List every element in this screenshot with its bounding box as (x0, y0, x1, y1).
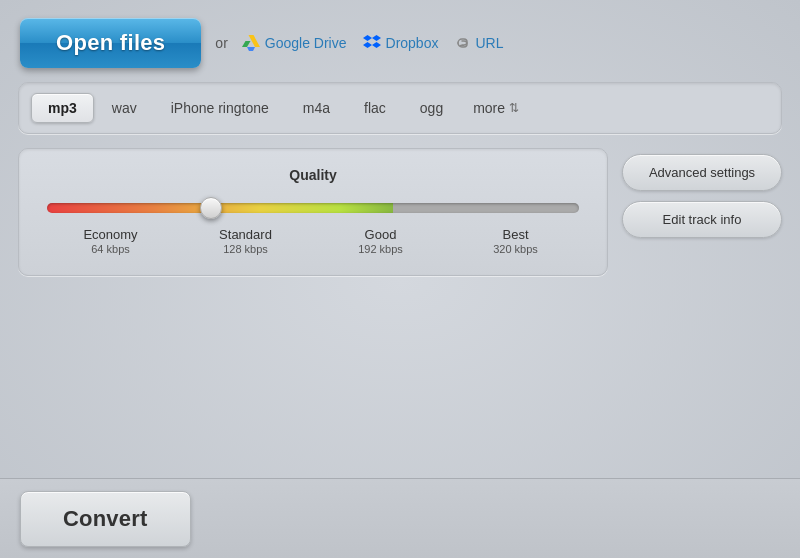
dropbox-label: Dropbox (386, 35, 439, 51)
slider-container (43, 199, 583, 223)
svg-marker-2 (247, 47, 255, 51)
marker-economy-sublabel: 64 kbps (43, 243, 178, 255)
right-buttons: Advanced settings Edit track info (622, 148, 782, 276)
svg-marker-5 (363, 42, 381, 48)
tab-iphone-ringtone[interactable]: iPhone ringtone (155, 94, 285, 122)
marker-best-label: Best (448, 227, 583, 242)
more-formats-button[interactable]: more ⇅ (461, 95, 531, 121)
tab-mp3[interactable]: mp3 (31, 93, 94, 123)
url-icon (454, 35, 470, 51)
quality-panel: Quality Economy 64 kbps Standard 128 kbp… (18, 148, 608, 276)
tab-ogg[interactable]: ogg (404, 94, 459, 122)
cloud-links: Google Drive Dropbox URL (242, 35, 504, 51)
google-drive-link[interactable]: Google Drive (242, 35, 347, 51)
dropbox-link[interactable]: Dropbox (363, 35, 439, 51)
advanced-settings-button[interactable]: Advanced settings (622, 154, 782, 191)
tab-flac[interactable]: flac (348, 94, 402, 122)
more-label: more (473, 100, 505, 116)
or-text: or (215, 35, 227, 51)
slider-markers: Economy 64 kbps Standard 128 kbps Good 1… (43, 227, 583, 255)
chevron-icon: ⇅ (509, 101, 519, 115)
empty-area (0, 276, 800, 396)
convert-button[interactable]: Convert (20, 491, 191, 547)
marker-standard-label: Standard (178, 227, 313, 242)
edit-track-info-button[interactable]: Edit track info (622, 201, 782, 238)
format-tabs: mp3 wav iPhone ringtone m4a flac ogg mor… (31, 93, 769, 123)
svg-marker-1 (242, 41, 251, 47)
marker-good-sublabel: 192 kbps (313, 243, 448, 255)
marker-good-label: Good (313, 227, 448, 242)
marker-good: Good 192 kbps (313, 227, 448, 255)
google-drive-label: Google Drive (265, 35, 347, 51)
format-tabs-container: mp3 wav iPhone ringtone m4a flac ogg mor… (18, 82, 782, 134)
svg-marker-4 (372, 35, 381, 41)
url-link[interactable]: URL (454, 35, 503, 51)
tab-m4a[interactable]: m4a (287, 94, 346, 122)
settings-area: Quality Economy 64 kbps Standard 128 kbp… (18, 148, 782, 276)
url-label: URL (475, 35, 503, 51)
marker-best-sublabel: 320 kbps (448, 243, 583, 255)
svg-marker-3 (363, 35, 372, 41)
marker-economy: Economy 64 kbps (43, 227, 178, 255)
marker-standard-sublabel: 128 kbps (178, 243, 313, 255)
bottom-bar: Convert (0, 478, 800, 558)
marker-standard: Standard 128 kbps (178, 227, 313, 255)
marker-economy-label: Economy (43, 227, 178, 242)
quality-slider[interactable] (47, 203, 579, 213)
top-bar: Open files or Google Drive Dropbox (0, 0, 800, 82)
marker-best: Best 320 kbps (448, 227, 583, 255)
dropbox-icon (363, 35, 381, 51)
open-files-button[interactable]: Open files (20, 18, 201, 68)
tab-wav[interactable]: wav (96, 94, 153, 122)
google-drive-icon (242, 35, 260, 51)
quality-label: Quality (43, 167, 583, 183)
